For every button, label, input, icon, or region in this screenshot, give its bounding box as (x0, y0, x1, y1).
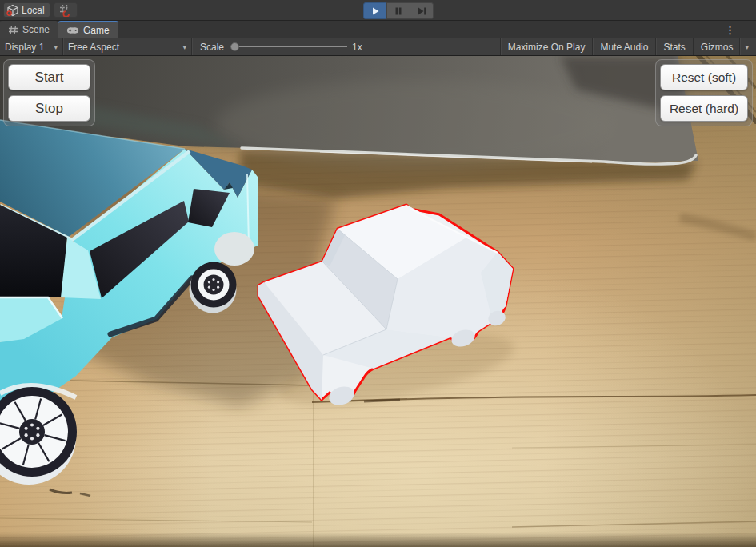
tab-scene[interactable]: Scene (0, 21, 58, 38)
step-icon (417, 6, 427, 16)
view-tab-bar: Scene Game ⋮ (0, 21, 756, 38)
cube-icon (6, 4, 19, 17)
pause-button[interactable] (386, 2, 410, 19)
gizmos-dropdown[interactable]: Gizmos ▾ (693, 38, 756, 55)
chevron-down-icon: ▾ (182, 43, 186, 51)
pause-icon (394, 6, 403, 16)
scale-control: Scale 1x (192, 38, 362, 56)
main-toolbar: Local (0, 0, 756, 21)
grid-snap-icon (59, 4, 72, 17)
stop-button[interactable]: Stop (8, 95, 90, 122)
start-stop-panel: Start Stop (3, 59, 95, 126)
game-viewport[interactable]: Start Stop Reset (soft) Reset (hard) (0, 56, 756, 547)
reset-hard-label: Reset (hard) (670, 102, 738, 116)
tab-overflow-menu[interactable]: ⋮ (725, 21, 735, 38)
game-view-toolbar: Display 1 ▾ Free Aspect ▾ Scale 1x Maxim… (0, 38, 756, 56)
slider-track (230, 46, 347, 47)
display-dropdown-label: Display 1 (5, 42, 44, 53)
slider-handle[interactable] (230, 42, 239, 51)
maximize-on-play-button[interactable]: Maximize On Play (500, 38, 593, 55)
start-button-label: Start (35, 70, 64, 86)
camera-feed (0, 56, 756, 547)
game-toolbar-right-group: Maximize On Play Mute Audio Stats Gizmos… (500, 38, 756, 55)
aspect-dropdown-label: Free Aspect (68, 42, 119, 53)
overflow-menu-icon: ⋮ (725, 24, 735, 36)
mute-audio-button[interactable]: Mute Audio (592, 38, 655, 55)
play-button[interactable] (363, 2, 387, 19)
tab-game[interactable]: Game (58, 21, 118, 38)
gamepad-icon (66, 26, 79, 35)
toolbar-divider (739, 38, 740, 55)
unity-editor-window: Local (0, 0, 756, 547)
reset-soft-label: Reset (soft) (672, 70, 736, 85)
play-icon (370, 6, 380, 16)
tab-game-label: Game (83, 25, 110, 36)
local-button-label: Local (22, 5, 45, 16)
chevron-down-icon: ▾ (54, 43, 58, 51)
mute-audio-label: Mute Audio (600, 42, 648, 53)
play-controls (363, 2, 434, 19)
reset-hard-button[interactable]: Reset (hard) (660, 95, 748, 122)
scene-grid-icon (8, 25, 18, 35)
stats-label: Stats (663, 42, 685, 53)
chevron-down-icon: ▾ (745, 43, 749, 51)
bottom-vignette (0, 533, 756, 547)
display-dropdown[interactable]: Display 1 ▾ (0, 38, 62, 55)
local-version-control-button[interactable]: Local (3, 2, 50, 18)
grid-snap-button[interactable] (54, 2, 78, 18)
stats-button[interactable]: Stats (655, 38, 692, 55)
stop-button-label: Stop (35, 101, 63, 117)
reset-panel: Reset (soft) Reset (hard) (655, 59, 753, 126)
maximize-on-play-label: Maximize On Play (508, 42, 586, 53)
scale-label: Scale (200, 42, 224, 53)
aspect-ratio-dropdown[interactable]: Free Aspect ▾ (63, 38, 191, 55)
gizmos-label: Gizmos (701, 42, 734, 53)
tab-scene-label: Scene (22, 24, 50, 35)
step-button[interactable] (410, 2, 434, 19)
local-status-icon (7, 11, 11, 15)
scale-value: 1x (352, 42, 362, 53)
reset-soft-button[interactable]: Reset (soft) (660, 64, 748, 90)
start-button[interactable]: Start (8, 64, 90, 90)
scale-slider[interactable] (230, 38, 347, 56)
